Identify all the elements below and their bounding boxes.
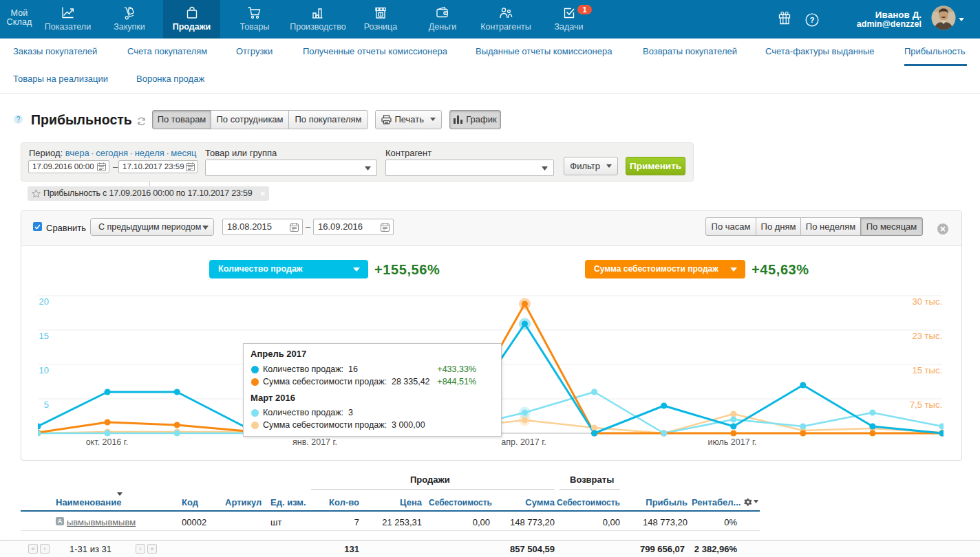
svg-text:апр. 2017 г.: апр. 2017 г. (501, 437, 546, 447)
svg-text:10: 10 (39, 365, 49, 375)
svg-text:июль 2017 г.: июль 2017 г. (707, 437, 756, 447)
svg-text:янв. 2017 г.: янв. 2017 г. (292, 437, 337, 447)
svg-text:окт. 2016 г.: окт. 2016 г. (86, 437, 129, 447)
svg-text:7,5 тыс.: 7,5 тыс. (910, 400, 942, 410)
svg-text:30 тыс.: 30 тыс. (913, 296, 942, 307)
svg-text:5: 5 (44, 400, 49, 410)
svg-text:15: 15 (39, 331, 49, 341)
svg-text:23 тыс.: 23 тыс. (913, 331, 942, 341)
svg-text:20: 20 (39, 296, 49, 307)
svg-text:15 тыс.: 15 тыс. (913, 365, 942, 375)
svg-text:?: ? (810, 16, 815, 24)
